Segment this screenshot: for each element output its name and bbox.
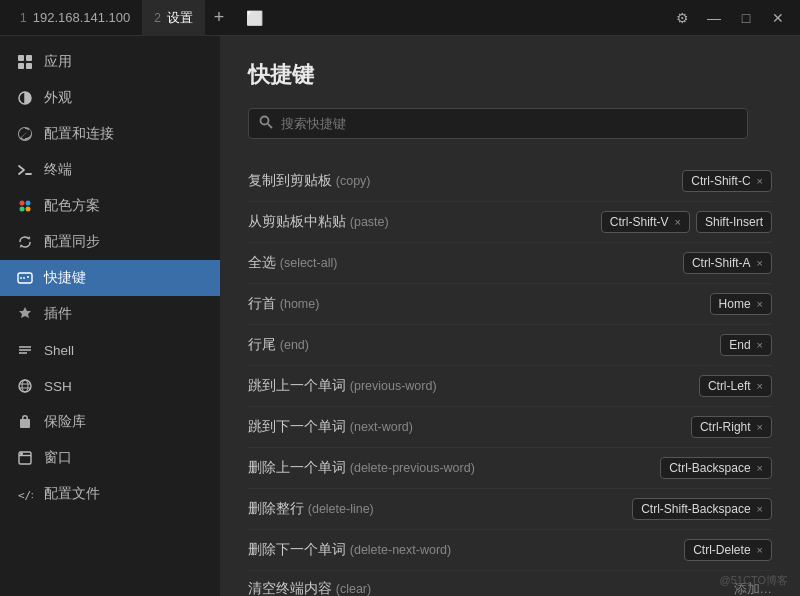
ssh-icon	[16, 377, 34, 395]
sidebar-label-shortcuts: 快捷键	[44, 269, 86, 287]
shortcut-keys: Home×	[710, 293, 772, 315]
svg-point-23	[21, 453, 23, 455]
page-title: 快捷键	[248, 60, 772, 90]
config-file-icon: </>	[16, 485, 34, 503]
svg-point-7	[26, 201, 31, 206]
shortcut-name: 从剪贴板中粘贴 (paste)	[248, 213, 589, 231]
remove-key-button[interactable]: ×	[757, 421, 763, 433]
sidebar-label-appearance: 外观	[44, 89, 72, 107]
key-badge: End×	[720, 334, 772, 356]
sidebar-item-appearance[interactable]: 外观	[0, 80, 220, 116]
shortcut-row: 行尾 (end)End×	[248, 325, 772, 366]
sidebar-item-config-file[interactable]: </> 配置文件	[0, 476, 220, 512]
sidebar-item-ssh[interactable]: SSH	[0, 368, 220, 404]
remove-key-button[interactable]: ×	[757, 544, 763, 556]
shell-icon	[16, 341, 34, 359]
shortcut-name: 跳到下一个单词 (next-word)	[248, 418, 679, 436]
sidebar-item-apps[interactable]: 应用	[0, 44, 220, 80]
sidebar-label-ssh: SSH	[44, 379, 72, 394]
shortcut-row: 从剪贴板中粘贴 (paste)Ctrl-Shift-V×Shift-Insert	[248, 202, 772, 243]
shortcut-name: 复制到剪贴板 (copy)	[248, 172, 670, 190]
sidebar-item-shortcuts[interactable]: 快捷键	[0, 260, 220, 296]
sidebar-item-shell[interactable]: Shell	[0, 332, 220, 368]
close-button[interactable]: ✕	[764, 4, 792, 32]
sidebar-label-config: 配置和连接	[44, 125, 114, 143]
shortcut-name: 删除下一个单词 (delete-next-word)	[248, 541, 672, 559]
maximize-button[interactable]: □	[732, 4, 760, 32]
shortcut-row: 删除上一个单词 (delete-previous-word)Ctrl-Backs…	[248, 448, 772, 489]
svg-rect-1	[26, 55, 32, 61]
shortcut-keys: Ctrl-Delete×	[684, 539, 772, 561]
search-bar	[248, 108, 748, 139]
remove-key-button[interactable]: ×	[757, 175, 763, 187]
search-input[interactable]	[281, 116, 737, 131]
shortcut-keys: Ctrl-Shift-C×	[682, 170, 772, 192]
tab-1-num: 1	[20, 11, 27, 25]
shortcut-keys: End×	[720, 334, 772, 356]
shortcut-keys: Ctrl-Left×	[699, 375, 772, 397]
remove-key-button[interactable]: ×	[757, 462, 763, 474]
key-badge: Shift-Insert	[696, 211, 772, 233]
sidebar-item-sync[interactable]: 配置同步	[0, 224, 220, 260]
shortcut-row: 跳到下一个单词 (next-word)Ctrl-Right×	[248, 407, 772, 448]
sidebar-label-plugins: 插件	[44, 305, 72, 323]
apps-icon	[16, 53, 34, 71]
window-icon[interactable]: ⬜	[241, 4, 269, 32]
remove-key-button[interactable]: ×	[757, 339, 763, 351]
sidebar-item-window[interactable]: 窗口	[0, 440, 220, 476]
shortcut-row: 全选 (select-all)Ctrl-Shift-A×	[248, 243, 772, 284]
shortcut-keys: 添加…	[734, 581, 773, 597]
svg-text:</>: </>	[18, 489, 33, 502]
svg-point-6	[20, 201, 25, 206]
shortcut-row: 跳到上一个单词 (previous-word)Ctrl-Left×	[248, 366, 772, 407]
sidebar-item-config[interactable]: 配置和连接	[0, 116, 220, 152]
remove-key-button[interactable]: ×	[757, 380, 763, 392]
key-badge: Ctrl-Left×	[699, 375, 772, 397]
key-badge: Ctrl-Shift-V×	[601, 211, 690, 233]
svg-point-8	[20, 207, 25, 212]
remove-key-button[interactable]: ×	[675, 216, 681, 228]
key-badge: Ctrl-Right×	[691, 416, 772, 438]
svg-point-18	[22, 380, 28, 392]
shortcut-keys: Ctrl-Shift-V×Shift-Insert	[601, 211, 772, 233]
new-tab-button[interactable]: +	[205, 4, 233, 32]
shortcut-name: 行首 (home)	[248, 295, 698, 313]
key-badge: Ctrl-Shift-C×	[682, 170, 772, 192]
shortcut-row: 复制到剪贴板 (copy)Ctrl-Shift-C×	[248, 161, 772, 202]
remove-key-button[interactable]: ×	[757, 503, 763, 515]
svg-point-9	[26, 207, 31, 212]
svg-rect-0	[18, 55, 24, 61]
sidebar-item-vault[interactable]: 保险库	[0, 404, 220, 440]
sidebar-item-terminal[interactable]: 终端	[0, 152, 220, 188]
shortcut-name: 删除整行 (delete-line)	[248, 500, 620, 518]
sidebar-label-apps: 应用	[44, 53, 72, 71]
tab-2[interactable]: 2 设置	[142, 0, 205, 36]
window-icon	[16, 449, 34, 467]
colorscheme-icon	[16, 197, 34, 215]
gear-button[interactable]: ⚙	[668, 4, 696, 32]
shortcut-name: 行尾 (end)	[248, 336, 708, 354]
svg-rect-10	[18, 273, 32, 283]
shortcut-keys: Ctrl-Shift-Backspace×	[632, 498, 772, 520]
titlebar: 1 192.168.141.100 2 设置 + ⬜ ⚙ — □ ✕	[0, 0, 800, 36]
main-layout: 应用 外观 配置和连接 终端 配色方案	[0, 36, 800, 596]
shortcut-name: 全选 (select-all)	[248, 254, 671, 272]
key-badge: Ctrl-Shift-A×	[683, 252, 772, 274]
key-badge: Ctrl-Shift-Backspace×	[632, 498, 772, 520]
shortcut-name: 删除上一个单词 (delete-previous-word)	[248, 459, 648, 477]
sidebar-label-sync: 配置同步	[44, 233, 100, 251]
add-key-link[interactable]: 添加…	[734, 581, 773, 597]
win-icon: ⬜	[246, 10, 263, 26]
config-icon	[16, 125, 34, 143]
sidebar-item-plugins[interactable]: 插件	[0, 296, 220, 332]
minimize-button[interactable]: —	[700, 4, 728, 32]
shortcut-name: 清空终端内容 (clear)	[248, 580, 722, 596]
sidebar-item-colorscheme[interactable]: 配色方案	[0, 188, 220, 224]
remove-key-button[interactable]: ×	[757, 298, 763, 310]
tab-1[interactable]: 1 192.168.141.100	[8, 0, 142, 36]
remove-key-button[interactable]: ×	[757, 257, 763, 269]
svg-point-25	[261, 117, 269, 125]
shortcut-row: 删除整行 (delete-line)Ctrl-Shift-Backspace×	[248, 489, 772, 530]
shortcut-name: 跳到上一个单词 (previous-word)	[248, 377, 687, 395]
tab-2-label: 设置	[167, 9, 193, 27]
